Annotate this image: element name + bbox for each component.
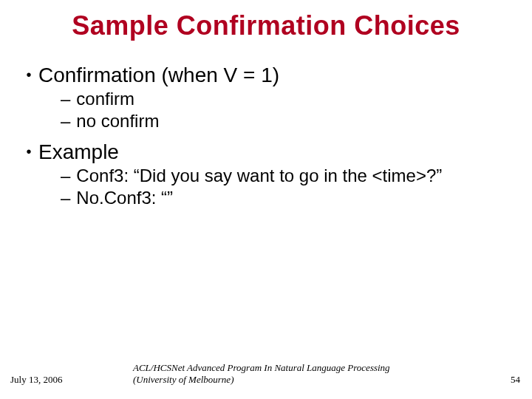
subbullet-no-confirm: –no confirm [61,111,513,132]
bullet-dot-icon: • [25,66,33,83]
slide: Sample Confirmation Choices •Confirmatio… [0,0,532,399]
bullet-text: Example [38,140,119,163]
dash-icon: – [61,166,70,186]
bullet-example: •Example [25,140,513,164]
subbullet-confirm: –confirm [61,89,513,109]
bullet-dot-icon: • [25,143,33,160]
bullet-confirmation: •Confirmation (when V = 1) [25,64,513,87]
subbullet-conf3: –Conf3: “Did you say want to go in the <… [61,166,513,186]
slide-content: •Confirmation (when V = 1) –confirm –no … [0,41,532,208]
footer-center: ACL/HCSNet Advanced Program In Natural L… [133,362,399,386]
bullet-text: Confirmation (when V = 1) [38,64,279,86]
dash-icon: – [61,89,70,109]
dash-icon: – [61,111,70,132]
subbullet-text: No.Conf3: “” [76,188,173,208]
subbullet-text: no confirm [76,111,159,131]
dash-icon: – [61,188,70,208]
footer-date: July 13, 2006 [10,374,62,386]
slide-title: Sample Confirmation Choices [0,0,532,41]
footer-page-number: 54 [511,374,520,386]
subbullet-text: confirm [76,89,134,109]
subbullet-text: Conf3: “Did you say want to go in the <t… [76,166,442,185]
subbullet-noconf3: –No.Conf3: “” [61,188,513,208]
